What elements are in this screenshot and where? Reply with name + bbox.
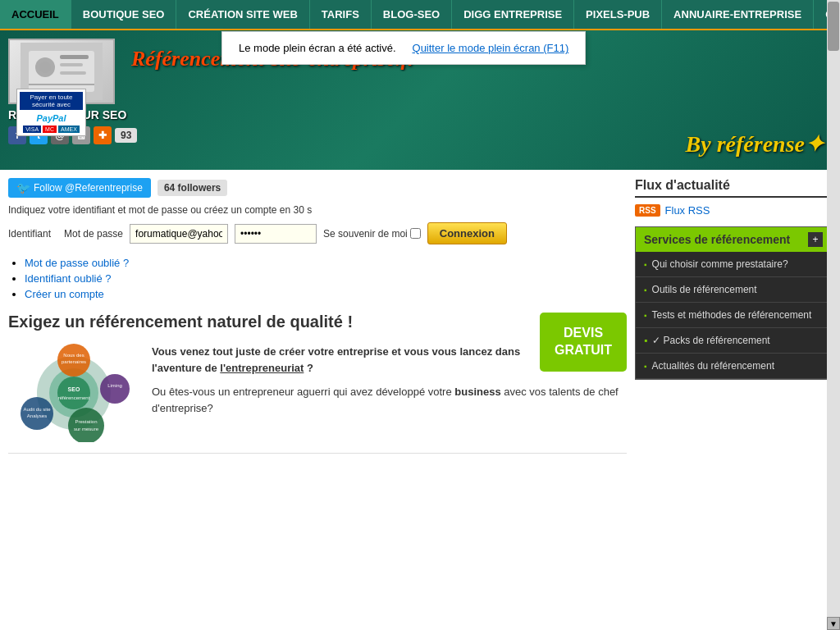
svg-text:Nous des: Nous des [63,353,84,358]
list-item: Identifiant oublié ? [25,272,627,285]
devis-area: DEVIS GRATUIT [540,313,627,372]
nav-creation[interactable]: CRÉATION SITE WEB [176,0,309,29]
content-bold-1: Vous venez tout juste de créer votre ent… [152,345,520,374]
nav-blog[interactable]: BLOG-SEO [372,0,452,29]
header-brand: By référense✦ [686,130,824,158]
list-item: Créer un compte [25,288,627,300]
main-content-block: DEVIS GRATUIT Exigez un référencement na… [8,313,627,462]
twitter-bar: 🐦 Follow @Referentreprise 64 followers [8,178,627,198]
login-hint: Indiquez votre identifiant et mot de pas… [8,204,627,216]
bullet-icon: ▪ [644,285,647,294]
list-item[interactable]: ▪ Tests et méthodes de référencement [636,303,831,328]
nav-pixels[interactable]: PIXELS-PUB [574,0,662,29]
remember-me-checkbox[interactable] [410,228,421,239]
paypal-area: Payer en toute sécurité avec PayPal VISA… [16,89,86,136]
nav-boutique[interactable]: BOUTIQUE SEO [71,0,177,29]
content-bold-business: business [454,386,500,398]
nav-digg[interactable]: DIGG ENTREPRISE [452,0,574,29]
list-item: Mot de passe oublié ? [25,257,627,269]
sidebar: Flux d'actualité RSS Flux RSS Services d… [635,178,832,462]
flux-rss-link[interactable]: Flux RSS [665,204,710,217]
login-section: Indiquez votre identifiant et mot de pas… [8,204,627,244]
username-label: Identifiant [8,228,57,240]
fullscreen-exit-link[interactable]: Quitter le mode plein écran (F11) [413,42,569,54]
list-item[interactable]: ▪ ✓ Packs de référencement [636,328,831,354]
flux-title: Flux d'actualité [635,178,832,198]
list-item[interactable]: ▪ Qui choisir comme prestataire? [636,252,831,277]
devis-button[interactable]: DEVIS GRATUIT [540,313,627,372]
rss-link: RSS Flux RSS [635,204,832,217]
twitter-follow-button[interactable]: 🐦 Follow @Referentreprise [8,178,151,198]
account-links: Mot de passe oublié ? Identifiant oublié… [8,257,627,300]
svg-rect-4 [60,55,89,59]
services-diagram: Nous des partenaires Liming Prestation s… [8,344,139,442]
svg-point-16 [68,408,104,442]
services-box: Services de référencement + ▪ Qui choisi… [635,226,832,380]
bullet-icon: ▪ [644,260,647,269]
svg-text:Liming: Liming [107,383,122,388]
main-navigation: ACCUEIL BOUTIQUE SEO CRÉATION SITE WEB T… [0,0,840,30]
remember-me-label: Se souvenir de moi [323,228,421,240]
rss-icon[interactable]: ✚ [94,126,112,144]
svg-rect-6 [60,71,86,75]
entrepreneuriat-link[interactable]: l'entrepreneuriat [220,362,304,374]
services-list: ▪ Qui choisir comme prestataire? ▪ Outil… [636,252,831,379]
svg-rect-5 [60,63,83,66]
services-expand-button[interactable]: + [808,232,823,247]
login-row: Identifiant Mot de passe Se souvenir de … [8,222,627,244]
fullscreen-message: Le mode plein écran a été activé. [239,42,396,54]
bullet-icon: ▪ [644,311,647,320]
svg-text:Prestation: Prestation [75,419,97,424]
svg-text:sur mesure: sur mesure [74,427,99,431]
list-item[interactable]: ▪ Outils de référencement [636,277,831,303]
forgot-password-link[interactable]: Mot de passe oublié ? [25,257,129,269]
svg-text:partenaires: partenaires [62,359,86,364]
header-left: référenceur seo RÉFÉR@NCEUR SEO f t @ 🖨 … [8,39,137,144]
fullscreen-notice: Le mode plein écran a été activé. Quitte… [221,31,586,65]
content-divider [8,453,627,454]
svg-text:SEO: SEO [68,386,80,392]
create-account-link[interactable]: Créer un compte [25,288,104,300]
bullet-icon: ▪ [644,362,647,371]
connect-button[interactable]: Connexion [427,222,507,244]
social-count: 93 [115,128,137,143]
password-label: Mot de passe [64,228,123,240]
twitter-bird-icon: 🐦 [16,181,30,194]
paypal-logo: PayPal [36,113,66,123]
list-item[interactable]: ▪ Actualités du référencement [636,354,831,379]
paypal-text: Payer en toute sécurité avec [20,92,83,110]
forgot-username-link[interactable]: Identifiant oublié ? [25,272,112,285]
svg-point-14 [100,374,130,404]
username-input[interactable] [130,224,228,244]
svg-text:Analyses: Analyses [27,413,47,418]
svg-point-22 [57,377,90,409]
scrollbar[interactable]: ▼ [827,0,840,470]
main-heading: Exigez un référencement naturel de quali… [8,313,627,331]
nav-tarifs[interactable]: TARIFS [310,0,372,29]
nav-annuaire[interactable]: ANNUAIRE-ENTREPRISE [662,0,814,29]
scroll-thumb[interactable] [828,2,839,51]
password-input[interactable] [235,224,317,244]
nav-accueil[interactable]: ACCUEIL [0,0,71,29]
checkmark-icon: ▪ [644,335,647,346]
svg-text:référencement: référencement [58,395,90,400]
services-header: Services de référencement + [636,227,831,252]
svg-rect-7 [29,84,94,85]
diagram-area: Nous des partenaires Liming Prestation s… [8,344,139,445]
svg-text:Audit du site: Audit du site [23,407,51,412]
services-title: Services de référencement [644,233,790,246]
followers-count: 64 followers [158,180,227,196]
main-column: 🐦 Follow @Referentreprise 64 followers I… [8,178,627,462]
rss-icon: RSS [635,204,660,217]
content-area: 🐦 Follow @Referentreprise 64 followers I… [0,170,840,470]
svg-point-3 [39,62,51,73]
